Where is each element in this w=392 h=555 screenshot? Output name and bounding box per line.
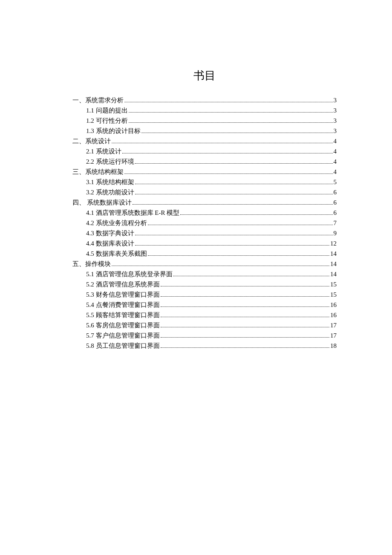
toc-entry-label: 一、系统需求分析 [72, 95, 124, 105]
toc-entry-label: 5.2 酒店管理信息系统界面 [86, 279, 160, 289]
toc-entry-page: 7 [334, 218, 337, 228]
toc-entry: 2.2 系统运行环境4 [72, 156, 337, 167]
toc-entry: 5.5 顾客结算管理窗口界面16 [72, 310, 337, 320]
toc-entry-page: 14 [330, 249, 337, 259]
toc-entry-page: 3 [334, 116, 337, 126]
toc-entry-page: 16 [330, 300, 337, 310]
toc-entry: 4.3 数据字典设计9 [72, 228, 337, 238]
toc-entry: 四、 系统数据库设计6 [72, 197, 337, 208]
toc-leader-dots [124, 173, 333, 174]
toc-entry-page: 9 [334, 228, 337, 238]
toc-entry: 5.1 酒店管理信息系统登录界面14 [72, 269, 337, 279]
toc-leader-dots [129, 122, 333, 123]
toc-leader-dots [161, 337, 330, 338]
toc-entry-page: 3 [334, 95, 337, 105]
toc-entry-label: 4.3 数据字典设计 [86, 228, 134, 238]
toc-entry: 5.3 财务信息管理窗口界面15 [72, 289, 337, 300]
toc-entry: 4.5 数据库表关系截图14 [72, 249, 337, 259]
toc-entry-page: 14 [330, 259, 337, 269]
toc-leader-dots [173, 276, 330, 276]
toc-leader-dots [129, 112, 333, 113]
toc-leader-dots [135, 163, 333, 164]
toc-entry: 4.4 数据库表设计12 [72, 238, 337, 249]
toc-entry-page: 4 [334, 146, 337, 156]
toc-entry-label: 3.1 系统结构框架 [86, 177, 134, 187]
toc-entry-label: 2.2 系统运行环境 [86, 156, 134, 167]
toc-entry-label: 5.8 员工信息管理窗口界面 [86, 341, 160, 351]
toc-leader-dots [180, 214, 332, 215]
toc-entry-page: 12 [330, 238, 337, 249]
toc-entry: 5.6 客房信息管理窗口界面17 [72, 320, 337, 330]
toc-leader-dots [124, 102, 333, 102]
toc-entry: 一、系统需求分析3 [72, 95, 337, 105]
toc-entry-label: 五、操作模块 [72, 259, 111, 269]
toc-entry-label: 4.2 系统业务流程分析 [86, 218, 147, 228]
toc-entry-page: 14 [330, 269, 337, 279]
toc-entry-label: 5.1 酒店管理信息系统登录界面 [86, 269, 173, 279]
toc-entry: 5.2 酒店管理信息系统界面15 [72, 279, 337, 289]
toc-entry: 5.4 点餐消费管理窗口界面16 [72, 300, 337, 310]
toc-entry-label: 4.1 酒店管理系统数据库 E-R 模型 [86, 208, 179, 218]
toc-leader-dots [135, 235, 333, 235]
toc-entry: 2.1 系统设计4 [72, 146, 337, 156]
toc-leader-dots [133, 204, 333, 205]
toc-entry: 1.3 系统的设计目标3 [72, 126, 337, 136]
toc-entry-page: 5 [334, 177, 337, 187]
toc-leader-dots [161, 327, 330, 327]
toc-entry-page: 4 [334, 167, 337, 177]
toc-entry: 4.2 系统业务流程分析7 [72, 218, 337, 228]
toc-title: 书目 [72, 68, 337, 83]
toc-entry: 3.1 系统结构框架5 [72, 177, 337, 187]
toc-entry: 1.2 可行性分析3 [72, 116, 337, 126]
toc-entry-label: 4.5 数据库表关系截图 [86, 249, 147, 259]
toc-leader-dots [161, 286, 330, 286]
toc-leader-dots [112, 143, 333, 143]
toc-entry-page: 17 [330, 330, 337, 341]
toc-entry-page: 18 [330, 341, 337, 351]
toc-leader-dots [148, 255, 330, 256]
toc-entry-page: 16 [330, 310, 337, 320]
document-page: 书目 一、系统需求分析31.1 问题的提出31.2 可行性分析31.3 系统的设… [0, 0, 392, 351]
toc-leader-dots [161, 306, 330, 307]
toc-entry-page: 15 [330, 279, 337, 289]
toc-entry-label: 5.5 顾客结算管理窗口界面 [86, 310, 160, 320]
toc-entry-page: 4 [334, 136, 337, 146]
toc-leader-dots [141, 133, 333, 133]
toc-entry-label: 4.4 数据库表设计 [86, 238, 134, 249]
toc-leader-dots [148, 225, 333, 225]
toc-leader-dots [161, 347, 330, 348]
toc-leader-dots [112, 266, 329, 266]
toc-leader-dots [135, 184, 333, 184]
toc-leader-dots [135, 245, 330, 246]
toc-entry-label: 5.7 客户信息管理窗口界面 [86, 330, 160, 341]
toc-entry-page: 3 [334, 105, 337, 116]
toc-entry-label: 三、系统结构框架 [72, 167, 124, 177]
toc-entry-label: 3.2 系统功能设计 [86, 187, 134, 197]
toc-entry-label: 2.1 系统设计 [86, 146, 121, 156]
toc-entry: 4.1 酒店管理系统数据库 E-R 模型6 [72, 208, 337, 218]
toc-entry-label: 5.4 点餐消费管理窗口界面 [86, 300, 160, 310]
toc-leader-dots [122, 153, 333, 153]
toc-entry-page: 4 [334, 156, 337, 167]
toc-entry: 三、系统结构框架4 [72, 167, 337, 177]
toc-entry-label: 1.1 问题的提出 [86, 105, 128, 116]
toc-entry: 1.1 问题的提出3 [72, 105, 337, 116]
toc-entry-page: 15 [330, 289, 337, 300]
table-of-contents: 一、系统需求分析31.1 问题的提出31.2 可行性分析31.3 系统的设计目标… [72, 95, 337, 351]
toc-entry-label: 四、 系统数据库设计 [72, 197, 132, 208]
toc-leader-dots [135, 194, 333, 194]
toc-entry-label: 5.6 客房信息管理窗口界面 [86, 320, 160, 330]
toc-entry-page: 6 [334, 208, 337, 218]
toc-entry-page: 3 [334, 126, 337, 136]
toc-entry-label: 1.2 可行性分析 [86, 116, 128, 126]
toc-entry-label: 二、系统设计 [72, 136, 111, 146]
toc-entry-page: 17 [330, 320, 337, 330]
toc-entry: 5.7 客户信息管理窗口界面17 [72, 330, 337, 341]
toc-leader-dots [161, 296, 330, 297]
toc-entry: 5.8 员工信息管理窗口界面18 [72, 341, 337, 351]
toc-entry: 五、操作模块14 [72, 259, 337, 269]
toc-leader-dots [161, 317, 330, 317]
toc-entry: 二、系统设计4 [72, 136, 337, 146]
toc-entry-label: 5.3 财务信息管理窗口界面 [86, 289, 160, 300]
toc-entry-page: 6 [334, 197, 337, 208]
